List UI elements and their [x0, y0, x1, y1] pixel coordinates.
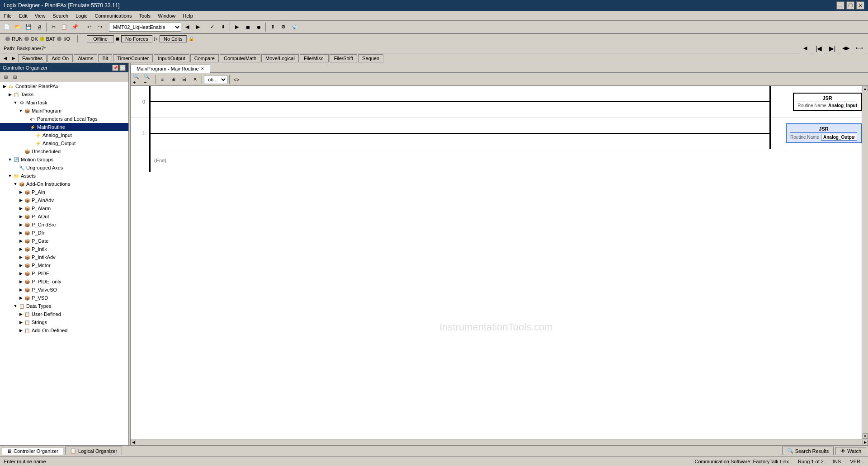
tree-item-p-ainadv[interactable]: ▶ 📦 P_AInAdv — [0, 196, 128, 204]
tree-item-p-aout[interactable]: ▶ 📦 P_AOut — [0, 212, 128, 221]
back-button[interactable]: ◀ — [182, 22, 192, 32]
menu-view[interactable]: View — [31, 12, 49, 19]
instr-cat-favorites[interactable]: Favorites — [18, 54, 47, 62]
print-button[interactable]: 🖨 — [34, 22, 44, 32]
menu-help[interactable]: Help — [179, 12, 197, 19]
path-btn5[interactable]: ⟷ — [854, 43, 864, 53]
delete-rung-btn[interactable]: ✕ — [190, 75, 200, 85]
editor-tab-close[interactable]: ✕ — [201, 66, 204, 71]
jsr-block-0[interactable]: JSR Routine Name Analog_Input — [793, 93, 862, 111]
tree-item-p-intlkadv[interactable]: ▶ 📦 P_IntlkAdv — [0, 253, 128, 261]
scroll-up-btn[interactable]: ▲ — [863, 86, 868, 91]
tree-item-motion-groups[interactable]: ▼ 🔄 Motion Groups — [0, 155, 128, 164]
co-view-btn2[interactable]: ⊟ — [11, 73, 19, 81]
stop-button[interactable]: ⏹ — [243, 22, 253, 32]
tree-item-p-alarm[interactable]: ▶ 📦 P_Alarm — [0, 204, 128, 212]
menu-logic[interactable]: Logic — [72, 12, 91, 19]
tree-item-analog-input[interactable]: ⚡ Analog_Input — [0, 131, 128, 139]
tree-item-p-cmdsrc[interactable]: ▶ 📦 P_CmdSrc — [0, 221, 128, 229]
insert-rung-btn[interactable]: ⊞ — [168, 75, 178, 85]
tree-item-p-pide[interactable]: ▶ 📦 P_PIDE — [0, 269, 128, 278]
verify-button[interactable]: ✓ — [207, 22, 217, 32]
instr-cat-fileshift[interactable]: File/Shift — [330, 54, 357, 62]
hscrollbar[interactable]: ◀ ▶ — [131, 439, 868, 445]
forward-button[interactable]: ▶ — [193, 22, 203, 32]
undo-button[interactable]: ↩ — [84, 22, 94, 32]
tree-item-addon-defined[interactable]: ▶ 📋 Add-On-Defined — [0, 326, 128, 334]
tree-item-p-pide-only[interactable]: ▶ 📦 P_PIDE_only — [0, 278, 128, 286]
comms-button[interactable]: 📡 — [289, 22, 299, 32]
scroll-right-btn[interactable]: ▶ — [863, 440, 868, 445]
tab-watch[interactable]: 👁 Watch — [835, 447, 866, 455]
tree-item-tasks[interactable]: ▶ 📋 Tasks — [0, 90, 128, 99]
instr-scroll-left[interactable]: ◀ — [2, 56, 9, 61]
tree-item-p-ain[interactable]: ▶ 📦 P_AIn — [0, 188, 128, 196]
copy-button[interactable]: 📋 — [59, 22, 69, 32]
cut-button[interactable]: ✂ — [48, 22, 58, 32]
path-btn4[interactable]: ◀▶ — [841, 43, 851, 53]
tree-item-mainroutine[interactable]: ⚡ MainRoutine — [0, 123, 128, 131]
rung-view-btn[interactable]: ≡ — [157, 75, 167, 85]
instr-cat-alarms[interactable]: Alarms — [74, 54, 97, 62]
path-btn1[interactable]: ◀ — [800, 43, 810, 53]
tree-item-p-gate[interactable]: ▶ 📦 P_Gate — [0, 237, 128, 245]
run-button[interactable]: ▶ — [232, 22, 242, 32]
jsr-block-1[interactable]: JSR Routine Name — [786, 123, 862, 143]
tree-item-params[interactable]: 🏷 Parameters and Local Tags — [0, 115, 128, 123]
instr-cat-compute[interactable]: Compute/Math — [220, 54, 260, 62]
instr-cat-addon[interactable]: Add-On — [47, 54, 73, 62]
download-button[interactable]: ⬇ — [218, 22, 228, 32]
editor-tab-mainroutine[interactable]: MainProgram - MainRoutine ✕ — [131, 65, 210, 73]
zoom-out-button[interactable]: 🔍− — [143, 75, 153, 85]
io-button[interactable]: ⚙ — [278, 22, 288, 32]
tree-item-unscheduled[interactable]: 📦 Unscheduled — [0, 147, 128, 155]
vscrollbar[interactable]: ▲ ▼ — [862, 86, 868, 439]
upload-button[interactable]: ⬆ — [268, 22, 278, 32]
menu-tools[interactable]: Tools — [135, 12, 154, 19]
instr-cat-timer[interactable]: Timer/Counter — [113, 54, 153, 62]
menu-window[interactable]: Window — [154, 12, 179, 19]
instr-cat-sequen[interactable]: Sequen — [358, 54, 383, 62]
menu-edit[interactable]: Edit — [15, 12, 31, 19]
tree-item-controller[interactable]: ▶ 🗂 Controller PlantPAx — [0, 82, 128, 90]
ladder-area[interactable]: 0 1 — [131, 86, 862, 439]
new-button[interactable]: 📄 — [2, 22, 12, 32]
tree-item-p-valveso[interactable]: ▶ 📦 P_ValveSO — [0, 286, 128, 294]
tree-item-addon-instructions[interactable]: ▼ 📦 Add-On Instructions — [0, 180, 128, 188]
record-button[interactable]: ⏺ — [254, 22, 264, 32]
co-tree[interactable]: ▶ 🗂 Controller PlantPAx ▶ 📋 Tasks ▼ ⚙ Ma… — [0, 82, 128, 445]
paste-button[interactable]: 📌 — [70, 22, 80, 32]
instr-cat-file[interactable]: File/Misc. — [300, 54, 329, 62]
ob-dropdown[interactable]: ob... — [204, 75, 227, 84]
scroll-left-btn[interactable]: ◀ — [131, 440, 136, 445]
tree-item-maintask[interactable]: ▼ ⚙ MainTask — [0, 99, 128, 107]
instr-scroll-right[interactable]: ▶ — [10, 56, 17, 61]
tree-item-data-types[interactable]: ▼ 📋 Data Types — [0, 302, 128, 310]
jsr-param-input-1[interactable] — [821, 134, 857, 141]
minimize-button[interactable]: — — [836, 1, 844, 9]
menu-search[interactable]: Search — [49, 12, 72, 19]
routine-dropdown[interactable]: MMT02_LiqHeatEnable — [109, 23, 181, 32]
tab-search-results[interactable]: 🔍 Search Results — [782, 447, 834, 455]
close-button[interactable]: ✕ — [856, 1, 864, 9]
zoom-in-button[interactable]: 🔍+ — [132, 75, 142, 85]
tab-controller-organizer[interactable]: 🖥 Controller Organizer — [2, 447, 63, 455]
maximize-button[interactable]: ❐ — [846, 1, 854, 9]
path-btn3[interactable]: ▶| — [827, 43, 837, 53]
tab-logical-organizer[interactable]: 📋 Logical Organizer — [65, 447, 122, 455]
tree-item-analog-output[interactable]: ⚡ Analog_Output — [0, 139, 128, 147]
menu-communications[interactable]: Communications — [91, 12, 136, 19]
save-button[interactable]: 💾 — [24, 22, 33, 32]
tree-item-ungrouped-axes[interactable]: 🔧 Ungrouped Axes — [0, 164, 128, 172]
co-float-button[interactable]: 📌 — [112, 65, 118, 71]
tree-item-p-vsd[interactable]: ▶ 📦 P_VSD — [0, 294, 128, 302]
append-rung-btn[interactable]: ⊟ — [179, 75, 189, 85]
instr-cat-io[interactable]: Input/Output — [154, 54, 189, 62]
tree-item-p-motor[interactable]: ▶ 📦 P_Motor — [0, 261, 128, 269]
tree-item-mainprogram[interactable]: ▼ 📦 MainProgram — [0, 107, 128, 115]
code-view-btn[interactable]: <> — [231, 75, 241, 85]
tree-item-p-intlk[interactable]: ▶ 📦 P_Intlk — [0, 245, 128, 253]
instr-cat-compare[interactable]: Compare — [190, 54, 219, 62]
menu-file[interactable]: File — [0, 12, 15, 19]
co-view-btn1[interactable]: ⊞ — [2, 73, 10, 81]
